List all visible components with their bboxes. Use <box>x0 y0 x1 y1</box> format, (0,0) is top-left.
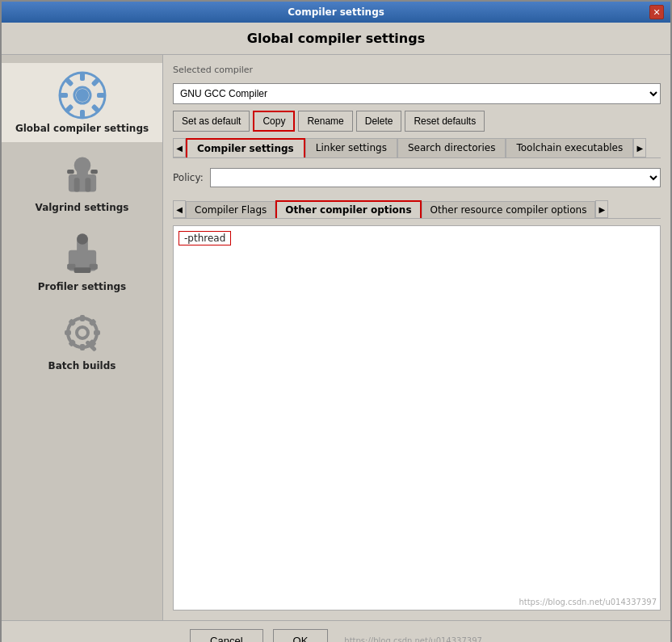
tab-other-resource-options[interactable]: Other resource compiler options <box>422 201 596 218</box>
selected-compiler-label: Selected compiler <box>173 65 661 75</box>
rename-button[interactable]: Rename <box>298 111 352 132</box>
set-default-button[interactable]: Set as default <box>173 111 250 132</box>
inner-tab-next[interactable]: ▶ <box>595 200 608 218</box>
compiler-select-row: GNU GCC Compiler <box>173 83 661 104</box>
sidebar-label-batch: Batch builds <box>48 360 116 371</box>
policy-select[interactable] <box>210 168 661 187</box>
svg-rect-29 <box>65 330 71 335</box>
svg-rect-28 <box>80 344 85 350</box>
ok-button[interactable]: OK <box>273 629 329 642</box>
policy-row: Policy: <box>173 168 661 187</box>
tab-linker-settings[interactable]: Linker settings <box>305 138 397 157</box>
svg-point-21 <box>77 233 88 245</box>
sidebar-label-valgrind: Valgrind settings <box>36 202 129 213</box>
delete-button[interactable]: Delete <box>356 111 402 132</box>
profiler-icon <box>58 229 107 278</box>
svg-rect-14 <box>77 171 88 179</box>
cancel-button[interactable]: Cancel <box>190 629 262 642</box>
options-text-area[interactable]: -pthread https://blog.csdn.net/u01433739… <box>173 225 661 611</box>
tab-search-directories[interactable]: Search directories <box>397 138 506 157</box>
sidebar-item-profiler[interactable]: Profiler settings <box>2 221 162 300</box>
sidebar-label-global: Global compiler settings <box>15 123 149 134</box>
main-panel: Selected compiler GNU GCC Compiler Set a… <box>163 55 670 620</box>
close-button[interactable]: ✕ <box>649 5 664 19</box>
valgrind-icon <box>58 150 107 199</box>
svg-rect-4 <box>60 93 68 98</box>
svg-rect-16 <box>85 178 90 191</box>
tab-toolchain-executables[interactable]: Toolchain executables <box>506 138 633 157</box>
svg-rect-17 <box>67 170 74 174</box>
bottom-bar: Cancel OK https://blog.csdn.net/u0143373… <box>2 620 670 642</box>
compiler-select[interactable]: GNU GCC Compiler <box>173 83 661 104</box>
sidebar-item-batch[interactable]: Batch builds <box>2 300 162 380</box>
svg-rect-27 <box>80 315 85 321</box>
toolbar-row: Set as default Copy Rename Delete Reset … <box>173 111 661 132</box>
svg-rect-24 <box>74 267 90 273</box>
svg-rect-2 <box>80 73 85 81</box>
outer-tab-next[interactable]: ▶ <box>633 138 646 157</box>
main-title: Global compiler settings <box>2 23 670 55</box>
reset-defaults-button[interactable]: Reset defaults <box>405 111 485 132</box>
watermark-bottom: https://blog.csdn.net/u014337397 <box>344 636 482 643</box>
copy-button[interactable]: Copy <box>253 111 295 132</box>
svg-point-26 <box>77 327 88 338</box>
outer-tab-prev[interactable]: ◀ <box>173 138 186 157</box>
svg-point-11 <box>76 89 89 102</box>
tab-compiler-settings[interactable]: Compiler settings <box>186 138 305 157</box>
sidebar-item-global-compiler[interactable]: Global compiler settings <box>2 63 162 142</box>
compiler-settings-window: Compiler settings ✕ Global compiler sett… <box>0 0 672 642</box>
gear-icon <box>58 71 107 120</box>
policy-label: Policy: <box>173 172 204 183</box>
sidebar-item-valgrind[interactable]: Valgrind settings <box>2 142 162 221</box>
title-bar: Compiler settings ✕ <box>2 2 670 23</box>
watermark: https://blog.csdn.net/u014337397 <box>519 598 657 606</box>
outer-tabs: Compiler settings Linker settings Search… <box>186 138 633 157</box>
sidebar-label-profiler: Profiler settings <box>38 281 126 292</box>
window-title: Compiler settings <box>23 6 649 18</box>
content-area: Global compiler settings Valgrind settin… <box>2 55 670 620</box>
batch-icon <box>58 308 107 357</box>
tab-compiler-flags[interactable]: Compiler Flags <box>186 201 275 218</box>
inner-tab-bar: ◀ Compiler Flags Other compiler options … <box>173 200 661 219</box>
outer-tab-bar: ◀ Compiler settings Linker settings Sear… <box>173 138 661 158</box>
inner-tab-prev[interactable]: ◀ <box>173 200 186 218</box>
svg-rect-18 <box>90 170 98 174</box>
option-tag-pthread: -pthread <box>178 231 231 245</box>
svg-rect-5 <box>97 93 105 98</box>
svg-rect-3 <box>80 110 85 118</box>
sidebar: Global compiler settings Valgrind settin… <box>2 55 163 620</box>
tab-other-compiler-options[interactable]: Other compiler options <box>275 200 421 218</box>
svg-rect-30 <box>94 330 100 335</box>
svg-rect-15 <box>74 178 79 191</box>
